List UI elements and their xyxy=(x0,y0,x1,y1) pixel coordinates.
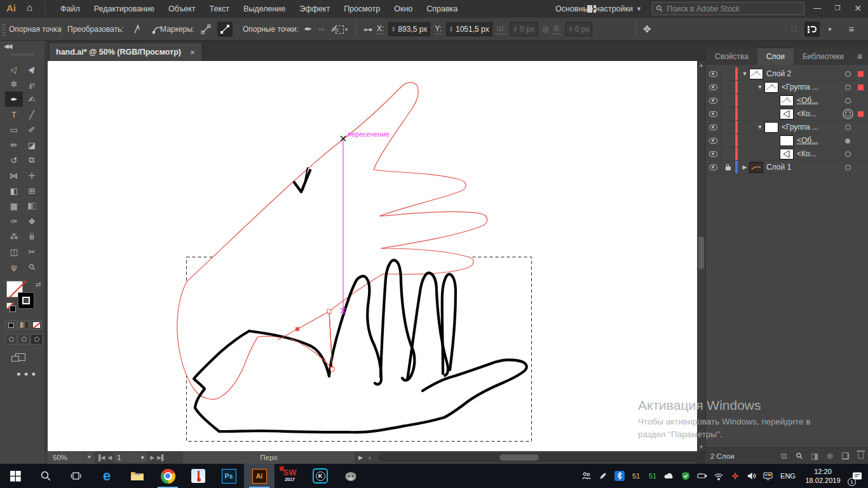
panel-grip[interactable] xyxy=(2,23,6,36)
search-input[interactable] xyxy=(666,4,800,14)
lock-column[interactable] xyxy=(721,147,735,160)
perspective-grid-tool-icon[interactable]: ⊞ xyxy=(23,183,41,198)
language-indicator[interactable]: ENG xyxy=(776,464,799,488)
taskbar-search-icon[interactable] xyxy=(31,464,61,488)
lock-column[interactable] xyxy=(721,94,735,107)
taskbar-thermometer-app-icon[interactable] xyxy=(183,464,214,488)
taskbar-edge-icon[interactable]: e xyxy=(92,464,122,488)
layer-row-1[interactable]: ▼<Группа ... xyxy=(706,81,868,94)
layer-name[interactable]: <Об... xyxy=(797,136,818,145)
lock-icon[interactable] xyxy=(721,161,735,173)
delete-layer-icon[interactable] xyxy=(853,451,868,461)
none-button[interactable] xyxy=(31,320,42,330)
shape-builder-tool-icon[interactable]: ◧ xyxy=(5,183,23,198)
taskbar-illustrator-icon[interactable]: Ai xyxy=(244,464,275,488)
taskbar-task-view-icon[interactable] xyxy=(61,464,92,488)
new-layer-icon[interactable]: ❑ xyxy=(837,451,853,461)
target-circle-icon[interactable] xyxy=(843,108,852,119)
layer-name[interactable]: Слой 1 xyxy=(766,163,791,172)
target-circle-icon[interactable] xyxy=(843,135,852,146)
swap-fill-stroke-icon[interactable]: ⇄ xyxy=(36,281,41,288)
control-menu-icon[interactable]: ≡ xyxy=(849,24,854,34)
prev-artboard-icon[interactable]: ◀ xyxy=(107,454,112,461)
layer-row-5[interactable]: <Об... xyxy=(706,134,868,147)
layer-row-2[interactable]: <Об... xyxy=(706,94,868,107)
layer-name[interactable]: <Ко... xyxy=(797,149,817,158)
x-coordinate-field[interactable]: ▲▼ 893,5 px xyxy=(388,22,430,36)
visibility-eye-icon[interactable] xyxy=(706,134,721,147)
curvature-tool-icon[interactable]: ✍ xyxy=(23,92,41,107)
artboard-select[interactable]: 1▼ xyxy=(114,452,147,463)
selection-indicator[interactable] xyxy=(858,85,864,90)
width-tool-icon[interactable]: ⋈ xyxy=(5,168,23,183)
symbol-sprayer-tool-icon[interactable]: ⁂ xyxy=(5,229,23,244)
artboard-tool-icon[interactable]: ◫ xyxy=(5,244,23,259)
menu-item-5[interactable]: Эффект xyxy=(292,0,337,18)
menu-item-1[interactable]: Редактирование xyxy=(87,0,161,18)
eyedropper-tool-icon[interactable]: ✑ xyxy=(5,214,23,229)
expand-chevron-icon[interactable]: ▼ xyxy=(756,84,764,90)
layer-thumbnail[interactable] xyxy=(764,122,778,133)
pen-tool-icon[interactable]: ✒ xyxy=(5,92,23,107)
onedrive-icon[interactable] xyxy=(661,464,677,488)
isolate-selection-icon[interactable] xyxy=(336,25,344,34)
minimize-button[interactable]: — xyxy=(807,0,827,18)
visibility-eye-icon[interactable] xyxy=(706,147,721,160)
target-circle-icon[interactable] xyxy=(843,81,852,93)
draw-behind-button[interactable] xyxy=(18,334,30,344)
collapse-panel-icon[interactable]: ◀◀ xyxy=(4,43,11,50)
layer-row-0[interactable]: ▼Слой 2 xyxy=(706,67,868,81)
home-icon[interactable]: ⌂ xyxy=(27,2,32,13)
menu-item-0[interactable]: Файл xyxy=(53,0,87,18)
lock-column[interactable] xyxy=(721,81,735,93)
expand-chevron-icon[interactable]: ▶ xyxy=(740,164,749,170)
last-artboard-icon[interactable]: ▶▌ xyxy=(157,454,165,461)
target-circle-icon[interactable] xyxy=(843,148,852,159)
next-artboard-icon[interactable]: ▶ xyxy=(150,454,154,461)
anchor-point-selected[interactable] xyxy=(295,327,299,331)
layer-name[interactable]: Слой 2 xyxy=(766,69,791,78)
layer-thumbnail[interactable] xyxy=(780,95,794,106)
action-center-icon[interactable]: 1 xyxy=(846,464,868,488)
layer-row-3[interactable]: <Ко... xyxy=(706,107,868,121)
panel-tab-inactive[interactable]: Свойства xyxy=(706,48,757,65)
layer-row-4[interactable]: ▼<Группа ... xyxy=(706,121,868,134)
lock-column[interactable] xyxy=(721,67,735,80)
layer-thumbnail[interactable] xyxy=(749,162,763,173)
panel-tab-active[interactable]: Слои xyxy=(757,48,794,65)
scrollbar-thumb[interactable] xyxy=(698,236,704,269)
workspace-switcher[interactable]: Основные настройки xyxy=(555,0,633,18)
hide-handles-icon[interactable] xyxy=(217,22,233,37)
illustrator-logo[interactable]: Ai xyxy=(6,3,16,13)
target-circle-icon[interactable] xyxy=(843,161,852,173)
eraser-tool-icon[interactable]: ◪ xyxy=(23,137,41,152)
close-tab-icon[interactable]: × xyxy=(190,48,195,57)
menu-item-2[interactable]: Объект xyxy=(161,0,203,18)
layer-name[interactable]: <Группа ... xyxy=(782,83,818,92)
layer-thumbnail[interactable] xyxy=(764,82,778,93)
chevron-down-icon[interactable]: ▼ xyxy=(827,27,832,32)
menu-item-4[interactable]: Выделение xyxy=(236,0,292,18)
lock-column[interactable] xyxy=(721,107,735,120)
wifi-icon[interactable] xyxy=(710,464,727,488)
line-segment-tool-icon[interactable]: ╱ xyxy=(23,107,41,122)
visibility-eye-icon[interactable] xyxy=(706,161,721,173)
close-button[interactable]: ✕ xyxy=(848,0,868,18)
artboard-canvas[interactable]: пересечение xyxy=(48,61,697,451)
rotate-tool-icon[interactable]: ↺ xyxy=(5,152,23,168)
taskbar-explorer-icon[interactable] xyxy=(122,464,153,488)
edit-toolbar-icon[interactable]: ● ● ● xyxy=(17,370,36,377)
paintbrush-tool-icon[interactable]: ✐ xyxy=(23,122,41,137)
default-stroke-swatch[interactable] xyxy=(10,306,16,312)
menu-item-7[interactable]: Окно xyxy=(387,0,419,18)
chevron-down-icon[interactable]: ▼ xyxy=(636,0,642,18)
convert-to-corner-icon[interactable] xyxy=(129,22,144,37)
battery-icon[interactable] xyxy=(694,464,710,488)
anchor-point[interactable] xyxy=(330,367,334,371)
layer-name[interactable]: <Об... xyxy=(797,96,818,105)
layer-thumbnail[interactable] xyxy=(780,135,794,146)
menu-item-3[interactable]: Текст xyxy=(203,0,236,18)
graph-tool-icon[interactable]: ⅲ xyxy=(23,229,41,244)
red-tray-app-icon[interactable] xyxy=(727,464,743,488)
draw-normal-button[interactable] xyxy=(5,334,17,344)
